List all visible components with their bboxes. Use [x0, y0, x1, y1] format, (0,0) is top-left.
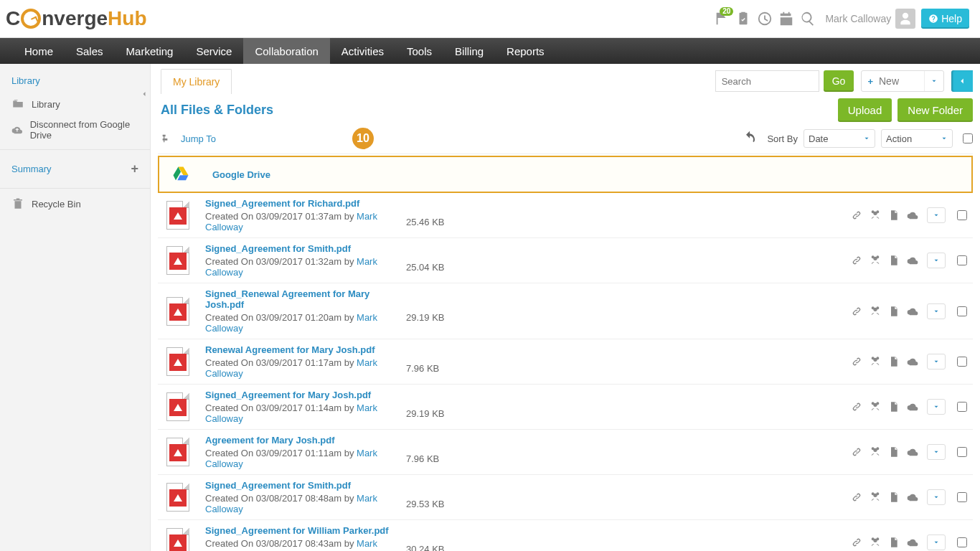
new-folder-button[interactable]: New Folder: [897, 98, 973, 122]
author-link[interactable]: Mark Calloway: [205, 256, 377, 278]
link-icon[interactable]: [849, 535, 864, 550]
row-menu-dropdown[interactable]: [927, 399, 946, 415]
google-drive-row[interactable]: Google Drive: [158, 156, 973, 193]
nav-tools[interactable]: Tools: [395, 38, 443, 64]
sidebar-section-library[interactable]: Library: [0, 72, 150, 93]
sidebar-collapse-icon[interactable]: [140, 90, 149, 100]
link-icon[interactable]: [849, 445, 864, 459]
cloud-download-icon[interactable]: [905, 354, 920, 369]
upload-button[interactable]: Upload: [838, 98, 892, 122]
link-icon[interactable]: [849, 400, 864, 414]
author-link[interactable]: Mark Calloway: [205, 448, 377, 469]
sidebar-item-disconnect-gdrive[interactable]: Disconnect from Google Drive: [0, 115, 150, 145]
new-dropdown[interactable]: + New: [861, 70, 944, 92]
row-checkbox[interactable]: [957, 492, 967, 502]
sort-field-dropdown[interactable]: Date: [804, 129, 875, 148]
search-icon[interactable]: [798, 9, 818, 29]
link-icon[interactable]: [849, 354, 864, 369]
flag-icon[interactable]: 20: [712, 9, 732, 29]
row-menu-dropdown[interactable]: [927, 207, 946, 223]
share-icon[interactable]: [868, 535, 882, 550]
share-icon[interactable]: [868, 354, 882, 369]
file-name-link[interactable]: Signed_Agreement for Richard.pdf: [205, 198, 406, 209]
row-checkbox[interactable]: [957, 210, 967, 220]
document-icon[interactable]: [887, 445, 901, 459]
row-menu-dropdown[interactable]: [927, 303, 946, 319]
document-icon[interactable]: [887, 253, 901, 268]
document-icon[interactable]: [887, 535, 901, 550]
cloud-download-icon[interactable]: [905, 304, 920, 319]
file-name-link[interactable]: Agreement for Mary Josh.pdf: [205, 435, 406, 446]
panel-toggle-button[interactable]: [951, 70, 973, 92]
row-checkbox[interactable]: [957, 255, 967, 265]
nav-activities[interactable]: Activities: [330, 38, 395, 64]
file-name-link[interactable]: Signed_Agreement for Smith.pdf: [205, 243, 406, 254]
share-icon[interactable]: [868, 304, 882, 319]
link-icon[interactable]: [849, 490, 864, 504]
share-icon[interactable]: [868, 490, 882, 504]
nav-billing[interactable]: Billing: [443, 38, 495, 64]
calendar-icon[interactable]: [776, 9, 796, 29]
action-dropdown[interactable]: Action: [881, 129, 953, 148]
nav-marketing[interactable]: Marketing: [115, 38, 185, 64]
document-icon[interactable]: [887, 400, 901, 414]
nav-collaboration[interactable]: Collaboration: [243, 38, 329, 64]
file-name-link[interactable]: Signed_Agreement for Smith.pdf: [205, 480, 406, 491]
row-menu-dropdown[interactable]: [927, 444, 946, 460]
undo-icon[interactable]: [743, 131, 757, 147]
nav-service[interactable]: Service: [184, 38, 243, 64]
jump-to-link[interactable]: Jump To: [181, 133, 216, 144]
author-link[interactable]: Mark Calloway: [205, 357, 377, 379]
add-summary-icon[interactable]: +: [131, 161, 138, 176]
link-icon[interactable]: [849, 208, 864, 222]
document-icon[interactable]: [887, 304, 901, 319]
share-icon[interactable]: [868, 253, 882, 268]
sidebar-item-recycle-bin[interactable]: Recycle Bin: [0, 193, 150, 215]
search-input[interactable]: [715, 70, 819, 92]
cloud-download-icon[interactable]: [905, 253, 920, 268]
file-name-link[interactable]: Renewal Agreement for Mary Josh.pdf: [205, 344, 406, 355]
author-link[interactable]: Mark Calloway: [205, 402, 377, 424]
row-menu-dropdown[interactable]: [927, 489, 946, 505]
document-icon[interactable]: [887, 208, 901, 222]
cloud-download-icon[interactable]: [905, 208, 920, 222]
row-checkbox[interactable]: [957, 306, 967, 316]
cloud-download-icon[interactable]: [905, 535, 920, 550]
row-checkbox[interactable]: [957, 447, 967, 457]
cloud-download-icon[interactable]: [905, 400, 920, 414]
help-button[interactable]: Help: [921, 9, 969, 29]
clock-icon[interactable]: [755, 9, 775, 29]
share-icon[interactable]: [868, 400, 882, 414]
nav-sales[interactable]: Sales: [65, 38, 115, 64]
select-all-checkbox[interactable]: [963, 133, 973, 143]
share-icon[interactable]: [868, 208, 882, 222]
row-checkbox[interactable]: [957, 357, 967, 367]
file-name-link[interactable]: Signed_Renewal Agreement for Mary Josh.p…: [205, 288, 406, 310]
file-name-link[interactable]: Signed_Agreement for Mary Josh.pdf: [205, 390, 406, 400]
row-menu-dropdown[interactable]: [927, 534, 946, 550]
tree-icon[interactable]: [161, 133, 172, 144]
nav-home[interactable]: Home: [13, 38, 65, 64]
sidebar-item-library[interactable]: Library: [0, 93, 150, 115]
nav-reports[interactable]: Reports: [495, 38, 556, 64]
row-menu-dropdown[interactable]: [927, 253, 946, 268]
document-icon[interactable]: [887, 354, 901, 369]
cloud-download-icon[interactable]: [905, 490, 920, 504]
author-link[interactable]: Mark Calloway: [205, 538, 377, 551]
link-icon[interactable]: [849, 304, 864, 319]
author-link[interactable]: Mark Calloway: [205, 211, 377, 232]
cloud-download-icon[interactable]: [905, 445, 920, 459]
sidebar-summary-link[interactable]: Summary: [11, 164, 52, 174]
link-icon[interactable]: [849, 253, 864, 268]
row-checkbox[interactable]: [957, 537, 967, 547]
row-menu-dropdown[interactable]: [927, 354, 946, 369]
author-link[interactable]: Mark Calloway: [205, 493, 377, 514]
author-link[interactable]: Mark Calloway: [205, 312, 377, 334]
avatar-icon[interactable]: [895, 9, 915, 29]
username-label[interactable]: Mark Calloway: [825, 13, 891, 24]
document-icon[interactable]: [887, 490, 901, 504]
tab-my-library[interactable]: My Library: [161, 69, 232, 94]
logo[interactable]: C nverge Hub: [6, 7, 147, 30]
clipboard-icon[interactable]: [733, 9, 753, 29]
share-icon[interactable]: [868, 445, 882, 459]
